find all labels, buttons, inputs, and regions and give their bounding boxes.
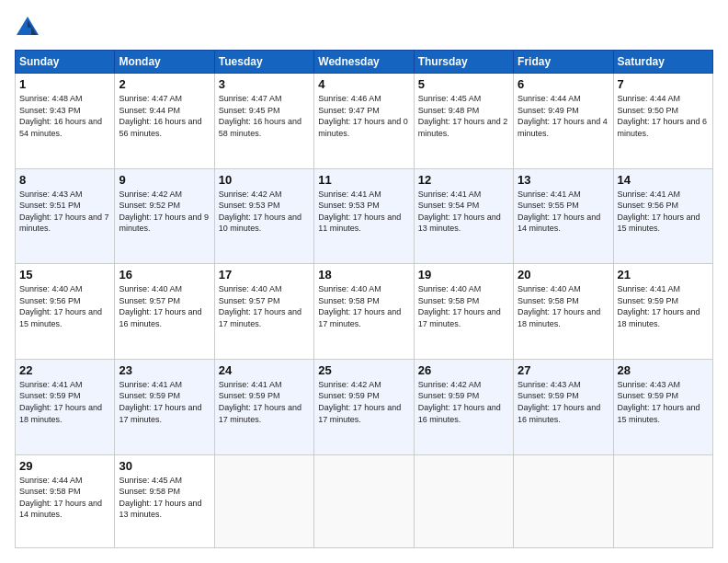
cell-info: Sunrise: 4:48 AMSunset: 9:43 PMDaylight:… bbox=[19, 93, 110, 139]
calendar-cell: 23Sunrise: 4:41 AMSunset: 9:59 PMDayligh… bbox=[115, 359, 214, 454]
day-number: 21 bbox=[618, 268, 709, 282]
day-number: 8 bbox=[19, 173, 110, 187]
calendar-cell: 26Sunrise: 4:42 AMSunset: 9:59 PMDayligh… bbox=[414, 359, 513, 454]
calendar-cell: 16Sunrise: 4:40 AMSunset: 9:57 PMDayligh… bbox=[115, 264, 214, 360]
calendar-cell: 22Sunrise: 4:41 AMSunset: 9:59 PMDayligh… bbox=[16, 359, 115, 454]
logo bbox=[15, 15, 42, 40]
cell-info: Sunrise: 4:41 AMSunset: 9:53 PMDaylight:… bbox=[318, 189, 409, 235]
calendar-cell: 19Sunrise: 4:40 AMSunset: 9:58 PMDayligh… bbox=[414, 264, 513, 360]
svg-rect-2 bbox=[24, 28, 31, 35]
day-number: 24 bbox=[219, 363, 310, 377]
col-header-wednesday: Wednesday bbox=[314, 51, 414, 74]
col-header-thursday: Thursday bbox=[414, 51, 513, 74]
calendar-cell: 2Sunrise: 4:47 AMSunset: 9:44 PMDaylight… bbox=[115, 74, 214, 169]
calendar-cell: 21Sunrise: 4:41 AMSunset: 9:59 PMDayligh… bbox=[613, 264, 712, 360]
calendar-cell: 27Sunrise: 4:43 AMSunset: 9:59 PMDayligh… bbox=[514, 359, 613, 454]
calendar-week-row: 29Sunrise: 4:44 AMSunset: 9:58 PMDayligh… bbox=[16, 454, 713, 548]
day-number: 23 bbox=[119, 363, 210, 377]
calendar-table: SundayMondayTuesdayWednesdayThursdayFrid… bbox=[15, 50, 713, 548]
cell-info: Sunrise: 4:41 AMSunset: 9:59 PMDaylight:… bbox=[119, 379, 210, 425]
calendar-cell: 14Sunrise: 4:41 AMSunset: 9:56 PMDayligh… bbox=[613, 168, 712, 264]
calendar-cell: 12Sunrise: 4:41 AMSunset: 9:54 PMDayligh… bbox=[414, 168, 513, 264]
day-number: 6 bbox=[518, 77, 609, 91]
calendar-cell bbox=[214, 454, 313, 548]
calendar-cell: 10Sunrise: 4:42 AMSunset: 9:53 PMDayligh… bbox=[214, 168, 313, 264]
col-header-tuesday: Tuesday bbox=[214, 51, 313, 74]
col-header-sunday: Sunday bbox=[16, 51, 115, 74]
day-number: 19 bbox=[418, 268, 509, 282]
cell-info: Sunrise: 4:47 AMSunset: 9:45 PMDaylight:… bbox=[219, 93, 310, 139]
day-number: 15 bbox=[19, 268, 110, 282]
calendar-cell: 7Sunrise: 4:44 AMSunset: 9:50 PMDaylight… bbox=[613, 74, 712, 169]
day-number: 25 bbox=[318, 363, 409, 377]
cell-info: Sunrise: 4:41 AMSunset: 9:54 PMDaylight:… bbox=[418, 189, 509, 235]
calendar-cell: 20Sunrise: 4:40 AMSunset: 9:58 PMDayligh… bbox=[514, 264, 613, 360]
calendar-week-row: 1Sunrise: 4:48 AMSunset: 9:43 PMDaylight… bbox=[16, 74, 713, 169]
calendar-cell: 25Sunrise: 4:42 AMSunset: 9:59 PMDayligh… bbox=[314, 359, 414, 454]
calendar-header-row: SundayMondayTuesdayWednesdayThursdayFrid… bbox=[16, 51, 713, 74]
day-number: 7 bbox=[618, 77, 709, 91]
cell-info: Sunrise: 4:41 AMSunset: 9:59 PMDaylight:… bbox=[618, 283, 709, 329]
day-number: 29 bbox=[19, 459, 110, 473]
day-number: 12 bbox=[418, 173, 509, 187]
cell-info: Sunrise: 4:42 AMSunset: 9:52 PMDaylight:… bbox=[119, 189, 210, 235]
calendar-cell bbox=[514, 454, 613, 548]
col-header-saturday: Saturday bbox=[613, 51, 712, 74]
calendar-cell: 9Sunrise: 4:42 AMSunset: 9:52 PMDaylight… bbox=[115, 168, 214, 264]
calendar-cell: 3Sunrise: 4:47 AMSunset: 9:45 PMDaylight… bbox=[214, 74, 313, 169]
calendar-page: SundayMondayTuesdayWednesdayThursdayFrid… bbox=[0, 0, 728, 563]
cell-info: Sunrise: 4:44 AMSunset: 9:58 PMDaylight:… bbox=[19, 475, 110, 521]
cell-info: Sunrise: 4:43 AMSunset: 9:51 PMDaylight:… bbox=[19, 189, 110, 235]
day-number: 4 bbox=[318, 77, 409, 91]
day-number: 18 bbox=[318, 268, 409, 282]
calendar-week-row: 22Sunrise: 4:41 AMSunset: 9:59 PMDayligh… bbox=[16, 359, 713, 454]
calendar-cell: 5Sunrise: 4:45 AMSunset: 9:48 PMDaylight… bbox=[414, 74, 513, 169]
day-number: 17 bbox=[219, 268, 310, 282]
calendar-cell: 6Sunrise: 4:44 AMSunset: 9:49 PMDaylight… bbox=[514, 74, 613, 169]
calendar-cell: 17Sunrise: 4:40 AMSunset: 9:57 PMDayligh… bbox=[214, 264, 313, 360]
cell-info: Sunrise: 4:45 AMSunset: 9:58 PMDaylight:… bbox=[119, 475, 210, 521]
cell-info: Sunrise: 4:40 AMSunset: 9:57 PMDaylight:… bbox=[219, 283, 310, 329]
cell-info: Sunrise: 4:42 AMSunset: 9:59 PMDaylight:… bbox=[418, 379, 509, 425]
cell-info: Sunrise: 4:44 AMSunset: 9:49 PMDaylight:… bbox=[518, 93, 609, 139]
day-number: 10 bbox=[219, 173, 310, 187]
calendar-cell bbox=[414, 454, 513, 548]
cell-info: Sunrise: 4:41 AMSunset: 9:55 PMDaylight:… bbox=[518, 189, 609, 235]
day-number: 22 bbox=[19, 363, 110, 377]
calendar-cell: 15Sunrise: 4:40 AMSunset: 9:56 PMDayligh… bbox=[16, 264, 115, 360]
day-number: 11 bbox=[318, 173, 409, 187]
calendar-cell: 11Sunrise: 4:41 AMSunset: 9:53 PMDayligh… bbox=[314, 168, 414, 264]
cell-info: Sunrise: 4:45 AMSunset: 9:48 PMDaylight:… bbox=[418, 93, 509, 139]
calendar-cell: 13Sunrise: 4:41 AMSunset: 9:55 PMDayligh… bbox=[514, 168, 613, 264]
cell-info: Sunrise: 4:46 AMSunset: 9:47 PMDaylight:… bbox=[318, 93, 409, 139]
cell-info: Sunrise: 4:41 AMSunset: 9:56 PMDaylight:… bbox=[618, 189, 709, 235]
header bbox=[15, 15, 713, 40]
cell-info: Sunrise: 4:40 AMSunset: 9:56 PMDaylight:… bbox=[19, 283, 110, 329]
calendar-cell bbox=[314, 454, 414, 548]
cell-info: Sunrise: 4:40 AMSunset: 9:58 PMDaylight:… bbox=[418, 283, 509, 329]
calendar-cell: 24Sunrise: 4:41 AMSunset: 9:59 PMDayligh… bbox=[214, 359, 313, 454]
day-number: 28 bbox=[618, 363, 709, 377]
cell-info: Sunrise: 4:40 AMSunset: 9:57 PMDaylight:… bbox=[119, 283, 210, 329]
day-number: 20 bbox=[518, 268, 609, 282]
calendar-cell: 30Sunrise: 4:45 AMSunset: 9:58 PMDayligh… bbox=[115, 454, 214, 548]
day-number: 16 bbox=[119, 268, 210, 282]
cell-info: Sunrise: 4:42 AMSunset: 9:59 PMDaylight:… bbox=[318, 379, 409, 425]
calendar-week-row: 15Sunrise: 4:40 AMSunset: 9:56 PMDayligh… bbox=[16, 264, 713, 360]
day-number: 3 bbox=[219, 77, 310, 91]
cell-info: Sunrise: 4:41 AMSunset: 9:59 PMDaylight:… bbox=[19, 379, 110, 425]
col-header-monday: Monday bbox=[115, 51, 214, 74]
col-header-friday: Friday bbox=[514, 51, 613, 74]
cell-info: Sunrise: 4:41 AMSunset: 9:59 PMDaylight:… bbox=[219, 379, 310, 425]
cell-info: Sunrise: 4:44 AMSunset: 9:50 PMDaylight:… bbox=[618, 93, 709, 139]
cell-info: Sunrise: 4:43 AMSunset: 9:59 PMDaylight:… bbox=[618, 379, 709, 425]
calendar-cell: 4Sunrise: 4:46 AMSunset: 9:47 PMDaylight… bbox=[314, 74, 414, 169]
day-number: 26 bbox=[418, 363, 509, 377]
day-number: 1 bbox=[19, 77, 110, 91]
cell-info: Sunrise: 4:40 AMSunset: 9:58 PMDaylight:… bbox=[518, 283, 609, 329]
day-number: 13 bbox=[518, 173, 609, 187]
calendar-week-row: 8Sunrise: 4:43 AMSunset: 9:51 PMDaylight… bbox=[16, 168, 713, 264]
calendar-cell: 1Sunrise: 4:48 AMSunset: 9:43 PMDaylight… bbox=[16, 74, 115, 169]
day-number: 14 bbox=[618, 173, 709, 187]
day-number: 27 bbox=[518, 363, 609, 377]
